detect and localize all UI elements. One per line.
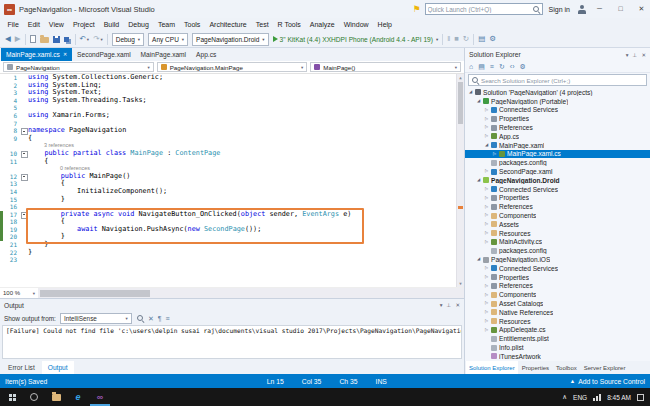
solution-platforms-icon[interactable]: ▤: [478, 35, 485, 43]
navigate-forward-icon[interactable]: ▶: [15, 35, 21, 43]
tree-item-secondpage-xaml[interactable]: ▷SecondPage.xaml: [465, 167, 650, 176]
expand-arrow-icon[interactable]: ▷: [483, 125, 490, 129]
close-panel-icon[interactable]: ✕: [455, 302, 460, 308]
maximize-button[interactable]: □: [612, 1, 629, 17]
expand-arrow-icon[interactable]: ▷: [483, 310, 490, 314]
tree-item-packages-config[interactable]: packages.config: [465, 246, 650, 255]
menu-view[interactable]: View: [44, 18, 68, 31]
undo-dropdown-icon[interactable]: ▾: [87, 37, 89, 42]
user-avatar-icon[interactable]: [576, 4, 587, 15]
tree-item-resources[interactable]: ▷Resources: [465, 317, 650, 326]
tree-item-info-plist[interactable]: Info.plist: [465, 343, 650, 352]
code-line[interactable]: 4using System.Threading.Tasks;: [0, 97, 464, 105]
close-button[interactable]: ✕: [633, 1, 650, 17]
tab-app-cs[interactable]: App.cs: [191, 48, 221, 61]
tree-item-appdelegate-cs[interactable]: ▷AppDelegate.cs: [465, 326, 650, 335]
expand-arrow-icon[interactable]: ▷: [483, 240, 490, 244]
expand-arrow-icon[interactable]: ▷: [483, 275, 490, 279]
scroll-up-icon[interactable]: ▲: [457, 75, 464, 80]
scroll-down-icon[interactable]: ▼: [457, 281, 464, 286]
menu-edit[interactable]: Edit: [23, 18, 44, 31]
scrollbar-thumb[interactable]: [458, 82, 463, 124]
new-file-icon[interactable]: [30, 35, 36, 43]
menu-architecture[interactable]: Architecture: [205, 18, 251, 31]
tab-solution-explorer[interactable]: Solution Explorer: [466, 361, 518, 374]
expand-arrow-icon[interactable]: ▷: [483, 187, 490, 191]
code-area[interactable]: 1using System.Collections.Generic;2using…: [0, 74, 464, 264]
save-icon[interactable]: [53, 36, 60, 43]
member-dropdown[interactable]: MainPage(): [310, 62, 461, 72]
code-line[interactable]: 22}: [0, 249, 464, 257]
pin-icon[interactable]: ⊥: [447, 302, 452, 308]
close-tab-icon[interactable]: ✕: [63, 52, 67, 57]
output-source-dropdown[interactable]: IntelliSense: [60, 313, 132, 324]
zoom-dropdown[interactable]: 100 %: [0, 288, 38, 298]
scrollbar-thumb[interactable]: [40, 290, 150, 297]
start-debugging-button[interactable]: 3" KitKat (4.4) XXHDPI Phone (Android 4.…: [273, 36, 439, 43]
tree-item-itunesartwork[interactable]: iTunesArtwork: [465, 352, 650, 361]
tab-toolbox[interactable]: Toolbox: [553, 361, 580, 374]
collapse-arrow-icon[interactable]: ◢: [475, 257, 482, 261]
word-wrap-icon[interactable]: ¶: [158, 315, 162, 322]
tree-item-pagenavigation-droid[interactable]: ◢PageNavigation.Droid: [465, 176, 650, 185]
pin-icon[interactable]: ⊥: [633, 52, 638, 58]
expand-arrow-icon[interactable]: ▷: [483, 134, 490, 138]
collapse-region-icon[interactable]: [20, 127, 28, 135]
tree-item-app-cs[interactable]: ▷App.cs: [465, 132, 650, 141]
collapse-region-icon[interactable]: [20, 173, 28, 181]
menu-help[interactable]: Help: [373, 18, 396, 31]
solution-search-input[interactable]: [481, 77, 644, 84]
tray-expand-icon[interactable]: ∧: [562, 393, 567, 401]
collapse-region-icon[interactable]: [20, 211, 28, 219]
output-log[interactable]: [Failure] Could not find file 'c:\users\…: [2, 325, 462, 359]
code-line[interactable]: 14 InitializeComponent();: [0, 188, 464, 196]
window-position-icon[interactable]: ▾: [440, 302, 443, 308]
redo-icon[interactable]: ↷: [93, 35, 99, 43]
add-to-source-control-button[interactable]: ▲ Add to Source Control: [570, 378, 645, 385]
tree-item-components[interactable]: ▷Components: [465, 211, 650, 220]
expand-arrow-icon[interactable]: ▷: [483, 301, 490, 305]
expand-arrow-icon[interactable]: ▷: [483, 117, 490, 121]
expand-arrow-icon[interactable]: ▷: [483, 213, 490, 217]
clear-all-icon[interactable]: ✕: [148, 315, 154, 322]
code-line[interactable]: 17 private async void NavigateButton_OnC…: [0, 211, 464, 219]
collapse-arrow-icon[interactable]: ◢: [483, 143, 490, 147]
tree-item-pagenavigation-portable[interactable]: ◢PageNavigation (Portable): [465, 97, 650, 106]
quick-launch-box[interactable]: [425, 3, 543, 15]
code-line[interactable]: 15 }: [0, 196, 464, 204]
refresh-icon[interactable]: ↻: [499, 63, 505, 70]
tab-error-list[interactable]: Error List: [2, 361, 41, 374]
tree-item-references[interactable]: ▷References: [465, 123, 650, 132]
menu-test[interactable]: Test: [251, 18, 273, 31]
menu-project[interactable]: Project: [68, 18, 99, 31]
startup-project-dropdown[interactable]: PageNavigation.Droid: [192, 33, 269, 46]
tab-output[interactable]: Output: [42, 361, 74, 374]
expand-arrow-icon[interactable]: ▷: [491, 152, 498, 156]
tree-item-properties[interactable]: ▷Properties: [465, 194, 650, 203]
tree-item-mainpage-xaml[interactable]: ◢MainPage.xaml: [465, 141, 650, 150]
cortana-button[interactable]: [24, 388, 44, 406]
tree-item-pagenavigation-ios[interactable]: ◢PageNavigation.iOS: [465, 255, 650, 264]
collapse-arrow-icon[interactable]: ◢: [467, 90, 474, 94]
menu-file[interactable]: File: [3, 18, 23, 31]
expand-arrow-icon[interactable]: ▷: [483, 196, 490, 200]
tab-secondpage-xaml[interactable]: SecondPage.xaml: [72, 48, 136, 61]
expand-arrow-icon[interactable]: ▷: [483, 319, 490, 323]
find-message-icon[interactable]: [136, 314, 144, 322]
menu-team[interactable]: Team: [153, 18, 179, 31]
undo-icon[interactable]: ↶: [80, 35, 86, 43]
tree-item-connected-services[interactable]: ▷Connected Services: [465, 264, 650, 273]
expand-arrow-icon[interactable]: ▷: [483, 293, 490, 297]
network-icon[interactable]: [593, 394, 601, 401]
code-line[interactable]: 19 await Navigation.PushAsync(new Second…: [0, 226, 464, 234]
code-line[interactable]: 21 }: [0, 241, 464, 249]
horizontal-scrollbar[interactable]: [38, 288, 464, 298]
code-line[interactable]: 6using Xamarin.Forms;: [0, 112, 464, 120]
home-icon[interactable]: ⌂: [469, 63, 473, 70]
tree-item-solution-pagenavigation-4-projects[interactable]: ◢Solution 'PageNavigation' (4 projects): [465, 88, 650, 97]
tree-item-references[interactable]: ▷References: [465, 282, 650, 291]
collapse-arrow-icon[interactable]: ◢: [475, 99, 482, 103]
tab-properties[interactable]: Properties: [519, 361, 552, 374]
tab-mainpage-xaml-cs[interactable]: MainPage.xaml.cs✕: [1, 48, 72, 61]
expand-arrow-icon[interactable]: ▷: [483, 284, 490, 288]
